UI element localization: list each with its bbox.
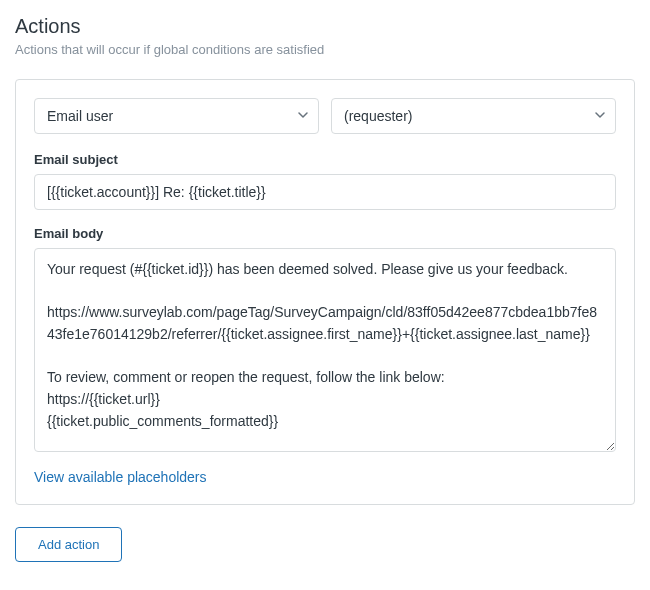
- selects-row: Email user (requester): [34, 98, 616, 134]
- action-type-select-wrap: Email user: [34, 98, 319, 134]
- add-action-button[interactable]: Add action: [15, 527, 122, 562]
- recipient-select-wrap: (requester): [331, 98, 616, 134]
- action-panel: Email user (requester) Email subject Ema…: [15, 79, 635, 505]
- email-body-textarea[interactable]: [34, 248, 616, 452]
- view-placeholders-link[interactable]: View available placeholders: [34, 469, 207, 485]
- page-title: Actions: [15, 15, 635, 38]
- email-subject-label: Email subject: [34, 152, 616, 167]
- action-type-select[interactable]: Email user: [34, 98, 319, 134]
- page-subtitle: Actions that will occur if global condit…: [15, 42, 635, 57]
- email-subject-input[interactable]: [34, 174, 616, 210]
- recipient-select[interactable]: (requester): [331, 98, 616, 134]
- email-body-label: Email body: [34, 226, 616, 241]
